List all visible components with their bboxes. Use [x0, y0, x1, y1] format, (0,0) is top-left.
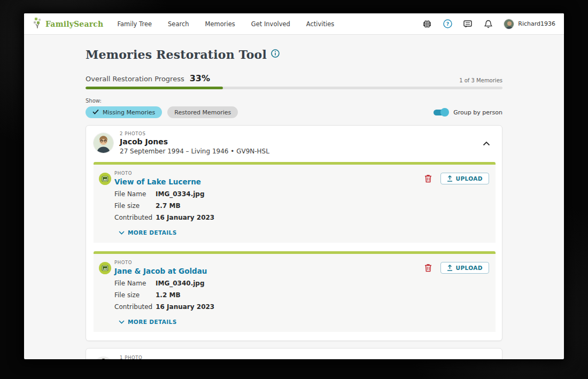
progress-label: Overall Restoration Progress: [86, 75, 184, 83]
user-menu[interactable]: Richard1936: [504, 19, 555, 29]
notifications-icon[interactable]: [483, 19, 493, 29]
page-content: Memories Restoration Tool Overall Restor…: [24, 35, 564, 359]
contributed-label: Contributed: [114, 214, 152, 221]
photo-title-link[interactable]: Jane & Jacob at Goldau: [114, 267, 424, 275]
person-header[interactable]: 1 PHOTO Jane Doe 04 July 1997 – Living •…: [86, 349, 502, 359]
photos-count-label: 1 PHOTO: [120, 355, 224, 359]
nav-get-involved[interactable]: Get Involved: [251, 20, 290, 28]
filter-chip-label: Restored Memories: [174, 109, 231, 116]
photo-item-view-of-lake-lucerne: PHOTO View of Lake Lucerne File Name IMG…: [94, 162, 496, 243]
photo-title-link[interactable]: View of Lake Lucerne: [114, 177, 424, 186]
delete-photo-icon[interactable]: [424, 264, 432, 274]
svg-text:?: ?: [446, 21, 449, 27]
contributed-value: 16 January 2023: [156, 303, 214, 311]
help-icon[interactable]: ?: [443, 19, 452, 29]
delete-photo-icon[interactable]: [424, 174, 432, 185]
familysearch-logo-text: FamilySearch: [45, 20, 103, 28]
familysearch-tree-icon: [33, 17, 43, 31]
user-avatar: [504, 19, 514, 29]
show-label: Show:: [86, 98, 502, 104]
filter-row: Missing Memories Restored Memories Group…: [86, 106, 502, 118]
upload-button[interactable]: UPLOAD: [440, 262, 489, 274]
person-header[interactable]: 2 PHOTOS Jacob Jones 27 September 1994 –…: [86, 126, 502, 160]
photo-kind-label: PHOTO: [114, 171, 424, 176]
filter-chip-label: Missing Memories: [103, 109, 155, 116]
upload-button[interactable]: UPLOAD: [440, 173, 489, 184]
file-size-value: 1.2 MB: [156, 291, 181, 299]
person-card-jane-doe: 1 PHOTO Jane Doe 04 July 1997 – Living •…: [86, 348, 502, 359]
file-name-value: IMG_0334.jpg: [156, 190, 205, 198]
group-by-person-toggle[interactable]: [434, 110, 448, 115]
file-name-value: IMG_0340.jpg: [156, 280, 205, 287]
more-details-label: MORE DETAILS: [128, 319, 177, 325]
person-avatar: [94, 357, 113, 359]
progress-bar-fill: [86, 87, 223, 89]
nav-activities[interactable]: Activities: [306, 20, 334, 28]
group-by-person-control: Group by person: [434, 109, 502, 116]
progress-header: Overall Restoration Progress 33% 1 of 3 …: [86, 73, 502, 83]
photo-item-jane-jacob-at-goldau: PHOTO Jane & Jacob at Goldau File Name I…: [94, 251, 496, 332]
filter-chip-restored-memories[interactable]: Restored Memories: [167, 106, 238, 118]
app-header: FamilySearch Family Tree Search Memories…: [24, 13, 564, 35]
progress-bar: [86, 87, 502, 89]
progress-percent: 33%: [190, 73, 210, 83]
photo-icon: [99, 262, 111, 274]
upload-icon: [447, 175, 453, 182]
memories-counter: 1 of 3 Memories: [459, 78, 502, 83]
upload-button-label: UPLOAD: [456, 265, 483, 271]
file-size-label: File size: [114, 202, 156, 210]
group-by-person-label: Group by person: [453, 109, 502, 116]
person-avatar: [94, 133, 113, 153]
browser-window: FamilySearch Family Tree Search Memories…: [24, 13, 564, 359]
page-title: Memories Restoration Tool: [86, 48, 267, 61]
main-nav: Family Tree Search Memories Get Involved…: [117, 20, 334, 28]
more-details-label: MORE DETAILS: [128, 229, 177, 236]
photos-count-label: 2 PHOTOS: [120, 131, 269, 136]
person-lifespan: 27 September 1994 – Living 1946 • GV9N-H…: [120, 148, 269, 155]
filter-chip-missing-memories[interactable]: Missing Memories: [86, 106, 162, 118]
globe-icon[interactable]: [422, 19, 432, 29]
upload-icon: [447, 265, 453, 271]
header-actions: ?: [422, 19, 555, 29]
upload-button-label: UPLOAD: [456, 175, 483, 182]
contributed-value: 16 January 2023: [156, 214, 214, 221]
more-details-link[interactable]: MORE DETAILS: [119, 319, 424, 325]
nav-family-tree[interactable]: Family Tree: [117, 20, 152, 28]
collapse-chevron-up-icon[interactable]: [483, 138, 490, 148]
photo-icon: [99, 173, 111, 185]
nav-search[interactable]: Search: [168, 20, 189, 28]
person-card-jacob-jones: 2 PHOTOS Jacob Jones 27 September 1994 –…: [86, 125, 502, 341]
more-details-link[interactable]: MORE DETAILS: [119, 229, 424, 236]
person-name: Jacob Jones: [120, 137, 269, 146]
file-size-value: 2.7 MB: [156, 202, 181, 210]
username: Richard1936: [518, 20, 555, 27]
familysearch-logo[interactable]: FamilySearch: [33, 17, 103, 31]
messages-icon[interactable]: [463, 19, 473, 29]
photo-kind-label: PHOTO: [114, 260, 424, 265]
contributed-label: Contributed: [114, 303, 152, 311]
check-icon: [92, 109, 99, 116]
file-name-label: File Name: [114, 190, 156, 198]
nav-memories[interactable]: Memories: [205, 20, 235, 28]
file-size-label: File size: [114, 291, 156, 299]
info-icon[interactable]: [271, 49, 280, 60]
file-name-label: File Name: [114, 280, 156, 287]
